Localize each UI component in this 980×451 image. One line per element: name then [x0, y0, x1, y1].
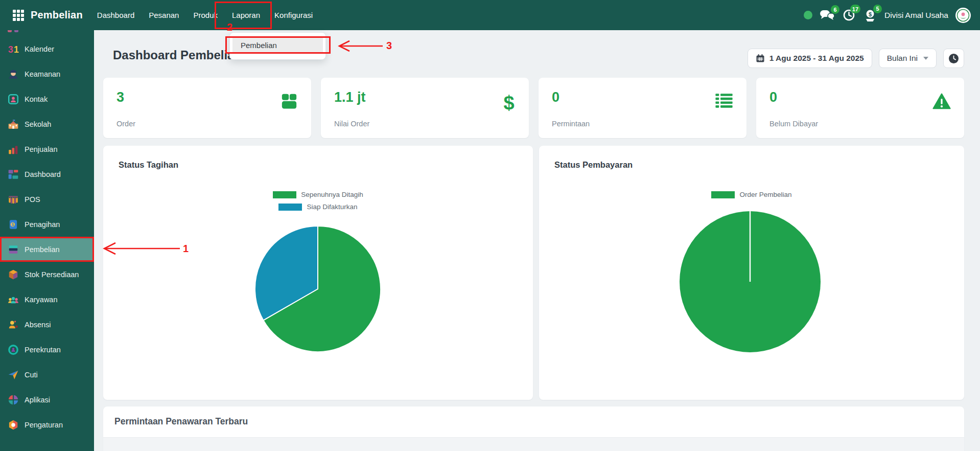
legend-item[interactable]: Siap Difakturkan [278, 203, 357, 211]
legend-item[interactable]: Order Pembelian [711, 191, 791, 198]
attendance-person-icon [8, 319, 19, 330]
sidebar-item-cuti[interactable]: Cuti [0, 362, 94, 387]
stat-label: Nilai Order [334, 120, 369, 128]
billing-invoice-icon: $ [8, 219, 19, 230]
nav-item-laporan[interactable]: Laporan [231, 8, 261, 22]
navbar-right-cluster: 6 17 $ 5 Divisi Amal Usaha [804, 8, 980, 23]
sidebar-item-dashboard[interactable]: Dashboard [0, 162, 94, 187]
sidebar-item-label: Kontak [25, 95, 48, 103]
page-title: Dashboard Pembelian [113, 48, 242, 62]
legend-label: Order Pembelian [739, 191, 791, 198]
legend-swatch [273, 191, 296, 198]
stat-card-nilai-order[interactable]: 1.1 jt Nilai Order $ [321, 78, 529, 138]
sidebar-item-aplikasi[interactable]: Aplikasi [0, 387, 94, 412]
sidebar-item-label: Aplikasi [25, 396, 50, 404]
status-tagihan-card: Status Tagihan Sepenuhnya Ditagih Siap D… [103, 146, 533, 400]
sidebar-item-karyawan[interactable]: Karyawan [0, 287, 94, 312]
navbar-menu: Dashboard Pesanan Produk Laporan Konfigu… [96, 8, 314, 22]
svg-text:1: 1 [14, 44, 19, 54]
sidebar-item-sekolah[interactable]: Sekolah [0, 111, 94, 137]
stock-cube-icon [8, 269, 19, 280]
sidebar-item-label: Cuti [25, 371, 38, 379]
sidebar-item-label: Kalender [25, 45, 54, 53]
sidebar-item-label: Pembelian [25, 245, 60, 254]
contact-card-icon [8, 94, 19, 105]
chevron-down-icon [923, 57, 928, 60]
stat-value: 3 [116, 89, 298, 105]
nav-item-produk[interactable]: Produk [192, 8, 219, 22]
status-tagihan-pie-chart [254, 225, 382, 355]
sidebar-item-kalender[interactable]: 3 1 Kalender [0, 36, 94, 61]
sidebar-item-keamanan[interactable]: Keamanan [0, 61, 94, 86]
stat-card-order[interactable]: 3 Order [103, 78, 311, 138]
sidebar-item-penagihan[interactable]: $ Penagihan [0, 212, 94, 237]
status-pembayaran-pie-chart [679, 210, 822, 355]
svg-text:$: $ [503, 93, 514, 112]
sidebar-item-label: POS [25, 195, 40, 204]
stat-label: Permintaan [552, 120, 590, 128]
stat-label: Order [116, 120, 135, 128]
sidebar-item-label: Perekrutan [25, 346, 61, 354]
sidebar-item-perekrutan[interactable]: Perekrutan [0, 337, 94, 362]
basket-icon [281, 93, 298, 109]
stat-card-permintaan[interactable]: 0 Permintaan [539, 78, 746, 138]
money-badge: 5 [873, 5, 882, 13]
period-select-value: Bulan Ini [887, 54, 918, 63]
sales-money-button[interactable]: $ 5 [863, 8, 877, 22]
sidebar-item-label: Penagihan [25, 220, 60, 229]
sidebar-item-kontak[interactable]: Kontak [0, 86, 94, 111]
chat-button[interactable]: 6 [820, 9, 835, 21]
chart-title: Status Pembayaran [554, 160, 633, 170]
svg-text:3: 3 [8, 44, 13, 54]
status-pembayaran-card: Status Pembayaran Order Pembelian [539, 146, 964, 400]
activity-history-button[interactable]: 17 [842, 8, 856, 22]
nav-item-konfigurasi[interactable]: Konfigurasi [273, 8, 314, 22]
date-controls: 1 Agu 2025 - 31 Agu 2025 Bulan Ini [748, 49, 964, 68]
chart-cards-row: Status Tagihan Sepenuhnya Ditagih Siap D… [103, 146, 964, 400]
sidebar-item-absensi[interactable]: Absensi [0, 312, 94, 337]
calendar-icon [756, 54, 765, 63]
top-navbar: Pembelian Dashboard Pesanan Produk Lapor… [0, 0, 980, 30]
sidebar-item-pengaturan[interactable]: Pengaturan [0, 412, 94, 437]
dropdown-item-pembelian[interactable]: Pembelian [232, 38, 323, 53]
warning-icon [932, 93, 951, 110]
sidebar-item-label: Penjualan [25, 145, 58, 153]
nav-item-pesanan[interactable]: Pesanan [148, 8, 180, 22]
user-avatar[interactable] [955, 8, 971, 23]
recruitment-search-icon [8, 344, 19, 355]
chart-legend: Sepenuhnya Ditagih Siap Difakturkan [103, 191, 533, 211]
sidebar-item-pembelian[interactable]: Pembelian [0, 237, 94, 262]
sidebar-item-label: Keamanan [25, 70, 60, 78]
clock-icon [948, 53, 959, 64]
apps-grid-icon[interactable] [13, 10, 24, 21]
sidebar-item-stok-persediaan[interactable]: Stok Persediaan [0, 262, 94, 287]
security-officer-icon [8, 69, 19, 80]
sidebar-item-label: Sekolah [25, 120, 51, 128]
annotation-arrow-1 [98, 240, 182, 257]
chat-badge: 6 [831, 5, 839, 14]
annotation-arrow-3 [333, 39, 384, 53]
annotation-number-3: 3 [386, 40, 392, 52]
date-range-button[interactable]: 1 Agu 2025 - 31 Agu 2025 [748, 49, 872, 68]
list-icon [715, 93, 733, 108]
sidebar-item-label: Stok Persediaan [25, 270, 79, 279]
sales-bars-icon [8, 144, 19, 155]
app-title: Pembelian [31, 9, 83, 21]
online-status-dot [804, 11, 812, 19]
sidebar-item-label: Karyawan [25, 296, 57, 304]
nav-item-dashboard[interactable]: Dashboard [96, 8, 135, 22]
school-building-icon [8, 119, 19, 130]
period-select[interactable]: Bulan Ini [879, 49, 937, 68]
svg-text:$: $ [12, 222, 14, 227]
dashboard-tiles-icon [8, 169, 19, 180]
sidebar-item-pos[interactable]: POS [0, 187, 94, 212]
legend-item[interactable]: Sepenuhnya Ditagih [273, 191, 363, 198]
laporan-dropdown-menu: Pembelian [229, 32, 326, 60]
calendar-31-icon: 3 1 [8, 43, 19, 55]
legend-label: Siap Difakturkan [307, 203, 357, 211]
stat-label: Belum Dibayar [769, 120, 818, 128]
refresh-interval-button[interactable] [943, 49, 964, 68]
sidebar-item-penjualan[interactable]: Penjualan [0, 137, 94, 162]
stat-card-belum-dibayar[interactable]: 0 Belum Dibayar [756, 78, 964, 138]
chart-legend: Order Pembelian [539, 191, 964, 198]
